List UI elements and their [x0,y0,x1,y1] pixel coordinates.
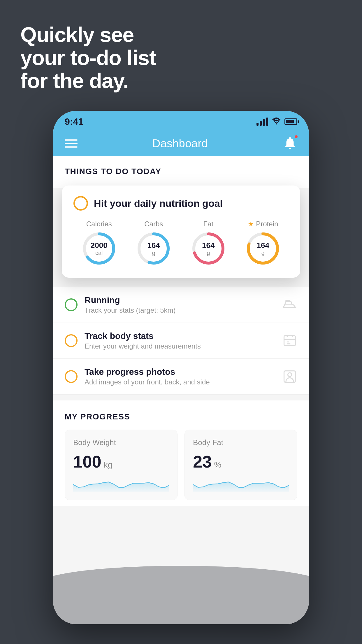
phone-mockup: 9:41 [53,111,309,624]
progress-value: 100 kg [73,452,169,471]
list-item-title: Running [85,295,275,305]
hero-line2: your to-do list [20,46,156,69]
list-check-circle [65,334,78,347]
hero-line1: Quickly see [20,23,156,46]
wifi-icon [272,117,281,127]
list-item-sub: Add images of your front, back, and side [85,378,275,386]
list-section: Running Track your stats (target: 5km) T… [53,287,309,395]
donut-protein: 164 g [245,231,280,266]
hero-line3: for the day. [20,69,156,92]
progress-cards: Body Weight 100 kg Body Fat 23 % [65,430,297,500]
progress-chart [73,477,169,492]
card-check-circle [73,196,88,211]
donut-carbs: 164 g [136,231,171,266]
list-item-sub: Enter your weight and measurements [85,342,275,350]
nutrition-label: Fat [203,220,213,228]
phone-frame: 9:41 [53,111,309,624]
list-item-text: Track body stats Enter your weight and m… [85,331,275,350]
nutrition-item-calories: Calories 2000 cal [73,220,125,266]
list-item-text: Take progress photos Add images of your … [85,367,275,386]
list-item[interactable]: Take progress photos Add images of your … [53,359,309,395]
nutrition-label: Carbs [144,220,163,228]
nutrition-item-fat: Fat 164 g [183,220,234,266]
battery-icon [284,118,297,125]
app-content: THINGS TO DO TODAY Hit your daily nutrit… [53,156,309,624]
svg-marker-12 [73,482,169,492]
nav-bar: Dashboard [53,131,309,156]
progress-card-title: Body Weight [73,438,169,447]
progress-card-body-weight: Body Weight 100 kg [65,430,178,500]
card-title: Hit your daily nutrition goal [94,198,223,209]
list-item-sub: Track your stats (target: 5km) [85,306,275,314]
list-item-title: Track body stats [85,331,275,341]
progress-section: MY PROGRESS Body Weight 100 kg Body Fat [53,400,309,506]
svg-point-0 [276,123,277,124]
status-time: 9:41 [65,116,83,127]
donut-fat: 164 g [191,231,226,266]
things-section: THINGS TO DO TODAY [53,156,309,188]
bell-icon[interactable] [283,136,297,151]
nutrition-card: Hit your daily nutrition goal Calories 2… [62,186,300,278]
donut-value-calories: 2000 cal [91,241,108,256]
status-icons [256,117,297,127]
signal-icon [256,118,268,126]
nutrition-item-carbs: Carbs 164 g [128,220,180,266]
list-item[interactable]: Running Track your stats (target: 5km) [53,287,309,323]
list-check-circle [65,370,78,383]
nutrition-item-protein: ★Protein 164 g [238,220,289,266]
status-bar: 9:41 [53,111,309,131]
nutrition-label: ★Protein [248,220,278,228]
list-check-circle [65,298,78,311]
nutrition-grid: Calories 2000 cal Carbs 164 g Fat [73,220,289,266]
progress-unit: kg [104,460,113,470]
list-item-text: Running Track your stats (target: 5km) [85,295,275,314]
list-item-icon-person [282,369,297,384]
list-item[interactable]: Track body stats Enter your weight and m… [53,323,309,359]
svg-point-11 [288,373,292,377]
donut-calories: 2000 cal [82,231,117,266]
progress-card-title: Body Fat [193,438,289,447]
svg-marker-13 [193,482,289,492]
nutrition-label: Calories [86,220,112,228]
things-section-title: THINGS TO DO TODAY [65,167,297,176]
progress-number: 100 [73,452,101,471]
donut-value-carbs: 164 g [147,241,160,256]
dark-arc [53,566,309,624]
list-item-icon-scale [282,333,297,348]
donut-value-protein: 164 g [257,241,269,256]
nav-title: Dashboard [152,137,208,150]
progress-chart [193,477,289,492]
progress-value: 23 % [193,452,289,471]
progress-card-body-fat: Body Fat 23 % [184,430,297,500]
donut-value-fat: 164 g [202,241,215,256]
card-header: Hit your daily nutrition goal [73,196,289,211]
notification-dot [294,134,298,139]
progress-number: 23 [193,452,212,471]
progress-unit: % [214,460,222,470]
hamburger-menu[interactable] [65,139,78,148]
list-item-icon-shoe [282,297,297,312]
list-item-title: Take progress photos [85,367,275,377]
progress-title: MY PROGRESS [65,412,297,421]
hero-text: Quickly see your to-do list for the day. [20,23,156,93]
